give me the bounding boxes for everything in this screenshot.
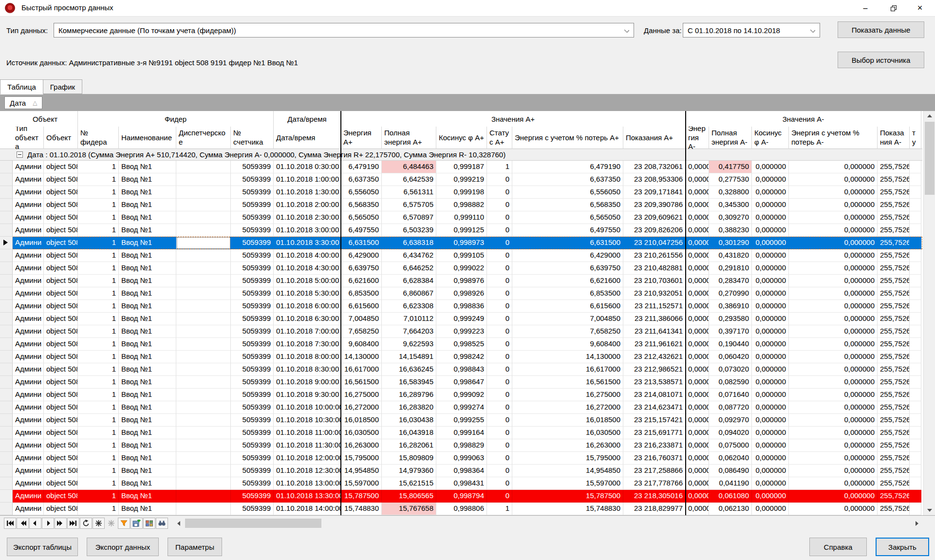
cell[interactable]: 6,623308 [382, 300, 436, 313]
cell[interactable]: 15,597000 [341, 477, 382, 490]
first-record-icon[interactable] [4, 518, 16, 529]
row-indicator[interactable] [0, 465, 13, 477]
cell[interactable]: 1 [487, 161, 512, 173]
cell[interactable]: 0,999092 [436, 389, 487, 401]
table-row[interactable]: Админиobject 508 91Ввод №1505939901.10.2… [0, 173, 922, 186]
cell[interactable]: 0 [487, 338, 512, 351]
cell[interactable]: 0,00000 [686, 262, 709, 275]
cell[interactable]: 0 [487, 287, 512, 300]
horizontal-scrollbar[interactable] [173, 518, 922, 529]
cell[interactable]: 255,75265 [878, 452, 910, 465]
cell[interactable]: 5059399 [231, 249, 274, 262]
cell[interactable]: 0,998794 [436, 490, 487, 503]
cell[interactable]: 6,503239 [382, 224, 436, 237]
cell[interactable]: Админи [13, 237, 44, 249]
row-indicator[interactable] [0, 199, 13, 211]
cell[interactable] [910, 199, 921, 211]
cell[interactable]: 15,748830 [512, 503, 623, 515]
cell[interactable]: object 508 9 [44, 224, 78, 237]
cell[interactable]: 0,075000 [709, 439, 752, 452]
cell[interactable]: 0,000000 [752, 275, 789, 287]
cell[interactable]: 255,75265 [878, 465, 910, 477]
cell[interactable] [910, 186, 921, 199]
cell[interactable]: 0,082590 [709, 376, 752, 389]
cell[interactable]: 0,00000 [686, 465, 709, 477]
cell[interactable]: 14,130000 [512, 351, 623, 363]
cell[interactable]: Админи [13, 313, 44, 325]
cell[interactable]: 0,00000 [686, 389, 709, 401]
layout-cards-icon[interactable] [143, 518, 155, 529]
cell[interactable] [176, 275, 231, 287]
cell[interactable]: 0,00000 [686, 325, 709, 338]
cell[interactable]: 23 208,953306 [623, 173, 686, 186]
cell[interactable]: 0,00000 [686, 275, 709, 287]
cell[interactable]: 0,00000 [686, 237, 709, 249]
cell[interactable]: 16,583945 [382, 376, 436, 389]
cell[interactable]: 0,00000 [686, 363, 709, 376]
cell[interactable]: 5059399 [231, 452, 274, 465]
cell[interactable]: 5059399 [231, 287, 274, 300]
cell[interactable]: 7,004850 [512, 313, 623, 325]
cell[interactable]: 0,00000 [686, 300, 709, 313]
cell[interactable]: 01.10.2018 10:00:00 [274, 401, 341, 414]
cell[interactable] [176, 287, 231, 300]
cell[interactable]: 1 [78, 287, 119, 300]
cell[interactable]: 14,979360 [382, 465, 436, 477]
cell[interactable]: 0,062040 [709, 452, 752, 465]
cell[interactable]: 1 [78, 275, 119, 287]
cell[interactable]: 23 218,829977 [623, 503, 686, 515]
cell[interactable] [176, 503, 231, 515]
cell[interactable]: 16,018500 [512, 414, 623, 427]
group-field-chip[interactable]: Дата △ [4, 96, 42, 109]
cell[interactable]: Админи [13, 300, 44, 313]
cell[interactable]: 0,000000 [789, 414, 878, 427]
cell[interactable]: 16,275000 [341, 389, 382, 401]
cell[interactable]: 255,75265 [878, 351, 910, 363]
group-by-panel[interactable]: Дата △ [0, 94, 935, 111]
cell[interactable]: 0,000000 [789, 325, 878, 338]
cell[interactable] [910, 249, 921, 262]
row-indicator[interactable] [0, 262, 13, 275]
cell[interactable]: 1 [78, 161, 119, 173]
cell[interactable]: Админи [13, 503, 44, 515]
next-record-icon[interactable] [42, 518, 54, 529]
cell[interactable]: object 508 9 [44, 477, 78, 490]
cell[interactable]: 6,434762 [382, 249, 436, 262]
cell[interactable]: 0,000000 [789, 249, 878, 262]
cell[interactable]: 6,639750 [341, 262, 382, 275]
cell[interactable]: object 508 9 [44, 401, 78, 414]
cell[interactable]: Админи [13, 389, 44, 401]
cell[interactable]: 0 [487, 275, 512, 287]
cell[interactable]: 23 209,609621 [623, 211, 686, 224]
cell[interactable]: 15,795000 [341, 452, 382, 465]
cell[interactable] [176, 186, 231, 199]
cell[interactable]: 5059399 [231, 313, 274, 325]
cell[interactable]: 0,998242 [436, 351, 487, 363]
cell[interactable] [176, 414, 231, 427]
cell[interactable]: 0,000000 [789, 376, 878, 389]
cell[interactable]: 0,00000 [686, 439, 709, 452]
cell[interactable]: 15,767658 [382, 503, 436, 515]
cell[interactable]: Админи [13, 249, 44, 262]
cell[interactable]: 16,561500 [341, 376, 382, 389]
cell[interactable]: 0 [487, 173, 512, 186]
cell[interactable]: 01.10.2018 3:00:00 [274, 224, 341, 237]
table-row[interactable]: Админиobject 508 91Ввод №1505939901.10.2… [0, 325, 922, 338]
vertical-scroll-thumb[interactable] [925, 122, 935, 195]
cell[interactable]: 0 [487, 490, 512, 503]
prior-record-icon[interactable] [29, 518, 41, 529]
cell[interactable]: Админи [13, 161, 44, 173]
row-indicator[interactable] [0, 325, 13, 338]
collapse-icon[interactable] [17, 151, 23, 158]
cell[interactable]: 5059399 [231, 300, 274, 313]
cell[interactable]: object 508 9 [44, 300, 78, 313]
group-summary-row[interactable]: Дата : 01.10.2018 (Сумма Энергия A+ 510,… [0, 149, 922, 161]
cell[interactable]: 0,000000 [752, 414, 789, 427]
cell[interactable]: object 508 9 [44, 173, 78, 186]
cell[interactable]: Админи [13, 211, 44, 224]
horizontal-scroll-thumb[interactable] [185, 519, 321, 528]
cell[interactable]: 255,75265 [878, 300, 910, 313]
cell[interactable]: 0,417750 [709, 161, 752, 173]
cell[interactable]: 01.10.2018 9:00:00 [274, 376, 341, 389]
cell[interactable]: 0 [487, 427, 512, 439]
